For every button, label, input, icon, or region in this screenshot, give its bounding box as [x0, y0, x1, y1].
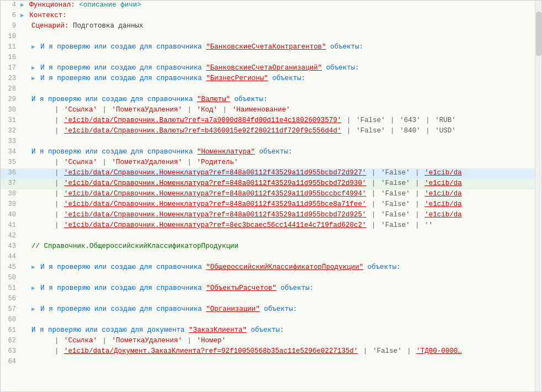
pipe-separator: |	[343, 127, 355, 135]
reference-link[interactable]: "ОбъектыРасчетов"	[206, 284, 277, 292]
pipe-separator: |	[368, 221, 380, 229]
table-row: 30| 'Ссылка' | 'ПометкаУдаления' | 'Код'…	[1, 105, 541, 116]
pipe-separator: |	[55, 211, 63, 219]
line-number: 32	[1, 127, 20, 135]
keyword-red: Сценарий:	[31, 22, 69, 30]
line-number: 51	[1, 284, 20, 292]
table-row: 33	[1, 137, 541, 147]
reference-link[interactable]: 'e1cib/data/Справочник.Номенклатура?ref=…	[64, 200, 366, 208]
line-content: И я проверяю или создаю для справочника …	[20, 148, 293, 156]
line-content: ▶ И я проверяю или создаю для справочник…	[20, 284, 313, 292]
line-content: | 'e1cib/data/Документ.ЗаказКлиента?ref=…	[20, 347, 462, 355]
expand-arrow-icon[interactable]: ▶	[31, 285, 39, 292]
line-number: 28	[1, 85, 20, 93]
reference-link[interactable]: 'e1cib/da	[424, 211, 462, 219]
expand-arrow-icon[interactable]: ▶	[31, 65, 39, 71]
reference-link[interactable]: 'e1cib/data/Справочник.Номенклатура?ref=…	[64, 169, 366, 177]
reference-link[interactable]: 'e1cib/data/Справочник.Номенклатура?ref=…	[64, 221, 366, 229]
pipe-separator: |	[386, 116, 399, 124]
pipe-separator: |	[55, 158, 63, 166]
reference-link[interactable]: 'e1cib/da	[424, 179, 462, 187]
pipe-separator: |	[422, 116, 434, 124]
pipe-separator: |	[411, 200, 424, 208]
column-label: 'Ссылка'	[64, 158, 97, 166]
scroll-thumb[interactable]	[536, 12, 541, 56]
line-number: 6	[1, 12, 20, 19]
column-label: 'Наименование'	[232, 106, 290, 114]
pipe-separator: |	[98, 106, 111, 114]
line-number: 35	[1, 158, 20, 166]
pipe-separator: |	[55, 221, 63, 229]
line-content: | 'e1cib/data/Справочник.Номенклатура?re…	[20, 221, 433, 229]
cell-value: 'False'	[356, 116, 385, 124]
line-content: Сценарий: Подготовка данных	[20, 22, 144, 30]
line-content: ▶ Контекст:	[20, 12, 67, 19]
line-content: ▶ И я проверяю или создаю для справочник…	[20, 305, 297, 313]
line-content: ▶ И я проверяю или создаю для справочник…	[20, 64, 359, 72]
line-number: 33	[1, 137, 20, 145]
keyword-blue: И я проверяю или создаю для справочника	[40, 64, 202, 72]
column-label: 'Ссылка'	[64, 337, 97, 345]
pipe-separator: |	[411, 179, 424, 187]
line-number: 44	[1, 253, 20, 261]
pipe-separator: |	[98, 337, 111, 345]
scrollbar[interactable]	[535, 1, 541, 392]
reference-link[interactable]: "БизнесРегионы"	[206, 75, 268, 82]
cell-value: '840'	[400, 127, 421, 135]
expand-arrow-icon[interactable]: ▶	[31, 264, 39, 271]
reference-link[interactable]: 'e1cib/data/Справочник.Валюты?ref=a7a900…	[64, 116, 342, 124]
reference-link[interactable]: 'e1cib/data/Справочник.Номенклатура?ref=…	[64, 211, 366, 219]
pipe-separator: |	[368, 179, 380, 187]
line-number: 10	[1, 33, 20, 40]
expand-arrow-icon[interactable]: ▶	[31, 75, 39, 82]
expand-arrow-icon[interactable]: ▶	[31, 44, 39, 50]
cell-value: 'False'	[381, 200, 410, 208]
keyword-blue: объекты:	[247, 326, 284, 334]
table-row: 42	[1, 231, 541, 242]
table-row: 44	[1, 252, 541, 263]
reference-link[interactable]: 'e1cib/data/Справочник.Номенклатура?ref=…	[64, 179, 366, 187]
reference-link[interactable]: "Номенклатура"	[197, 148, 255, 156]
expand-arrow-icon[interactable]: ▶	[31, 306, 39, 312]
reference-link[interactable]: "Организации"	[206, 305, 260, 313]
reference-link[interactable]: 'e1cib/data/Документ.ЗаказКлиента?ref=92…	[64, 347, 358, 355]
pipe-separator: |	[55, 179, 63, 187]
table-row: 40| 'e1cib/data/Справочник.Номенклатура?…	[1, 210, 541, 221]
cell-value: '643'	[400, 116, 421, 124]
expand-arrow-icon[interactable]: ▶	[20, 12, 28, 19]
reference-link[interactable]: "ОбщероссийскийКлассификаторПродукции"	[206, 263, 363, 271]
keyword-blue: И я проверяю или создаю для документа	[31, 326, 185, 334]
reference-link[interactable]: 'ТД00-0000…	[416, 347, 462, 355]
reference-link[interactable]: 'e1cib/da	[424, 190, 462, 198]
pipe-separator: |	[368, 211, 380, 219]
text-segment	[185, 326, 189, 334]
table-row: 17▶ И я проверяю или создаю для справочн…	[1, 63, 541, 74]
keyword-blue: объекты:	[326, 43, 364, 51]
line-number: 40	[1, 211, 20, 219]
line-content: ▶ И я проверяю или создаю для справочник…	[20, 75, 305, 82]
pipe-separator: |	[411, 169, 424, 177]
keyword-blue: И я проверяю или создаю для справочника	[31, 96, 193, 103]
line-content: | 'e1cib/data/Справочник.Номенклатура?re…	[20, 211, 462, 219]
reference-link[interactable]: 'e1cib/data/Справочник.Номенклатура?ref=…	[64, 190, 366, 198]
reference-link[interactable]: "БанковскиеСчетаКонтрагентов"	[206, 43, 326, 51]
pipe-separator: |	[343, 116, 355, 124]
keyword-cyan: <описание фичи>	[79, 1, 141, 9]
reference-link[interactable]: "БанковскиеСчетаОрганизаций"	[206, 64, 322, 72]
reference-link[interactable]: "ЗаказКлиента"	[189, 326, 247, 334]
pipe-separator: |	[219, 106, 231, 114]
pipe-separator: |	[183, 158, 196, 166]
line-number: 16	[1, 54, 20, 61]
table-row: 36| 'e1cib/data/Справочник.Номенклатура?…	[1, 168, 541, 179]
reference-link[interactable]: 'e1cib/da	[424, 169, 462, 177]
reference-link[interactable]: 'e1cib/da	[424, 200, 462, 208]
table-row: 32| 'e1cib/data/Справочник.Валюты?ref=b4…	[1, 126, 541, 137]
line-number: 38	[1, 190, 20, 198]
reference-link[interactable]: "Валюты"	[197, 96, 230, 103]
table-row: 16	[1, 53, 541, 63]
line-content: | 'e1cib/data/Справочник.Номенклатура?re…	[20, 169, 462, 177]
reference-link[interactable]: 'e1cib/data/Справочник.Валюты?ref=b43600…	[64, 127, 342, 135]
expand-arrow-icon[interactable]: ▶	[20, 2, 28, 8]
keyword-red: Контекст:	[29, 12, 67, 19]
column-label: 'ПометкаУдаления'	[112, 337, 183, 345]
